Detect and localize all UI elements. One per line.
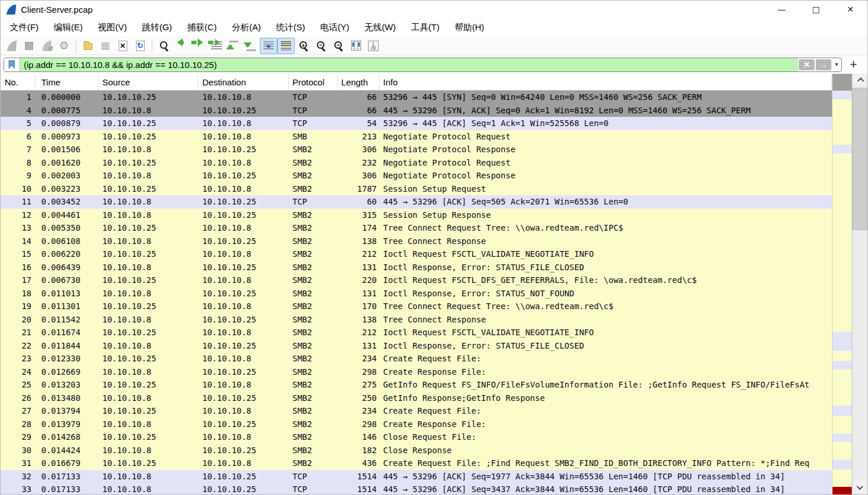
go-previous-packet-button[interactable] (173, 38, 190, 54)
zoom-out-icon: − (316, 41, 326, 51)
reload-file-button[interactable]: ↻ (131, 38, 149, 54)
cell-no: 11 (1, 195, 35, 209)
cell-info: Ioctl Request FSCTL_VALIDATE_NEGOTIATE_I… (380, 248, 832, 261)
cell-time: 0.001506 (35, 143, 98, 156)
packet-row[interactable]: 22 0.011844 10.10.10.8 10.10.10.25 SMB2 … (1, 339, 832, 353)
menu-item[interactable]: 分析(A) (224, 19, 269, 36)
cell-info: 445 → 53296 [ACK] Seq=505 Ack=2071 Win=6… (380, 195, 832, 209)
vertical-scrollbar[interactable] (852, 74, 867, 494)
packet-row[interactable]: 6 0.000973 10.10.10.25 10.10.10.8 SMB 21… (1, 130, 832, 144)
menu-item[interactable]: 视图(V) (90, 19, 134, 36)
filter-apply-button[interactable]: → (816, 59, 831, 70)
filter-clear-button[interactable]: ✕ (799, 59, 815, 70)
cell-no: 18 (1, 287, 35, 300)
display-filter-box: (ip.addr == 10.10.10.8 && ip.addr == 10.… (3, 58, 842, 72)
numbered-columns-button[interactable]: 123 (365, 38, 382, 54)
menu-item[interactable]: 文件(F) (2, 19, 46, 36)
zoom-reset-button[interactable]: − (330, 38, 347, 54)
scrollbar-thumb[interactable] (852, 88, 867, 230)
cell-time: 0.011844 (35, 339, 98, 353)
go-next-packet-button[interactable] (190, 38, 208, 54)
filter-add-button[interactable]: + (846, 57, 860, 72)
cell-protocol: SMB2 (289, 235, 338, 248)
column-header-info[interactable]: Info (380, 74, 832, 90)
column-header-length[interactable]: Length (338, 74, 380, 90)
packet-row[interactable]: 1 0.000000 10.10.10.25 10.10.10.8 TCP 66… (1, 91, 832, 104)
packet-row[interactable]: 29 0.014268 10.10.10.25 10.10.10.8 SMB2 … (1, 431, 832, 444)
go-first-packet-button[interactable] (225, 38, 242, 54)
packet-row[interactable]: 16 0.006439 10.10.10.8 10.10.10.25 SMB2 … (1, 261, 832, 274)
resize-columns-button[interactable] (347, 38, 365, 54)
packet-row[interactable]: 5 0.000879 10.10.10.25 10.10.10.8 TCP 54… (1, 117, 832, 130)
packet-row[interactable]: 9 0.002003 10.10.10.8 10.10.10.25 SMB2 3… (1, 169, 832, 182)
cell-destination: 10.10.10.8 (198, 91, 289, 104)
menu-item[interactable]: 无线(W) (357, 19, 403, 36)
packet-row[interactable]: 24 0.012669 10.10.10.8 10.10.10.25 SMB2 … (1, 365, 832, 379)
packet-row[interactable]: 10 0.003223 10.10.10.25 10.10.10.8 SMB2 … (1, 182, 832, 196)
minimap-band (833, 351, 852, 361)
intelligent-scrollbar-minimap[interactable] (833, 74, 852, 494)
packet-row[interactable]: 12 0.004461 10.10.10.8 10.10.10.25 SMB2 … (1, 209, 832, 222)
cell-no: 13 (1, 221, 35, 235)
packet-row[interactable]: 19 0.011301 10.10.10.25 10.10.10.8 SMB2 … (1, 300, 832, 313)
column-header-no[interactable]: No. (1, 74, 35, 90)
cell-source: 10.10.10.8 (98, 209, 198, 222)
zoom-in-button[interactable]: + (295, 38, 312, 54)
filter-bookmark-button[interactable] (4, 58, 20, 71)
cell-source: 10.10.10.8 (98, 483, 198, 494)
display-filter-input[interactable]: (ip.addr == 10.10.10.8 && ip.addr == 10.… (20, 58, 798, 71)
scroll-down-button[interactable] (852, 480, 867, 494)
packet-row[interactable]: 14 0.006108 10.10.10.8 10.10.10.25 SMB2 … (1, 235, 832, 248)
packet-row[interactable]: 20 0.011542 10.10.10.8 10.10.10.25 SMB2 … (1, 313, 832, 327)
cell-source: 10.10.10.25 (98, 156, 198, 170)
packet-row[interactable]: 7 0.001506 10.10.10.8 10.10.10.25 SMB2 3… (1, 143, 832, 156)
cell-no: 8 (1, 156, 35, 170)
cell-destination: 10.10.10.25 (198, 169, 289, 182)
packet-row[interactable]: 27 0.013794 10.10.10.25 10.10.10.8 SMB2 … (1, 404, 832, 418)
packet-row[interactable]: 18 0.011013 10.10.10.8 10.10.10.25 SMB2 … (1, 287, 832, 300)
auto-scroll-button[interactable] (260, 38, 277, 54)
packet-row[interactable]: 25 0.013203 10.10.10.25 10.10.10.8 SMB2 … (1, 378, 832, 392)
menu-item[interactable]: 电话(Y) (313, 19, 357, 36)
filter-dropdown-button[interactable]: ▼ (832, 58, 841, 71)
packet-row[interactable]: 17 0.006730 10.10.10.25 10.10.10.8 SMB2 … (1, 274, 832, 287)
zoom-out-button[interactable]: − (312, 38, 330, 54)
column-header-destination[interactable]: Destination (198, 74, 289, 90)
menu-item[interactable]: 工具(T) (403, 19, 447, 36)
menu-item[interactable]: 编辑(E) (46, 19, 90, 36)
packet-row[interactable]: 31 0.016679 10.10.10.25 10.10.10.8 SMB2 … (1, 457, 832, 470)
packet-row[interactable]: 4 0.000775 10.10.10.8 10.10.10.25 TCP 66… (1, 104, 832, 117)
menu-item[interactable]: 捕获(C) (180, 19, 224, 36)
scroll-up-button[interactable] (852, 74, 867, 88)
packet-row[interactable]: 32 0.017133 10.10.10.8 10.10.10.25 TCP 1… (1, 470, 832, 483)
close-file-button[interactable]: ✕ (114, 38, 131, 54)
packet-row[interactable]: 28 0.013979 10.10.10.8 10.10.10.25 SMB2 … (1, 418, 832, 431)
cell-length: 298 (338, 418, 380, 431)
packet-row[interactable]: 30 0.014424 10.10.10.8 10.10.10.25 SMB2 … (1, 444, 832, 457)
colorize-packets-button[interactable] (277, 38, 295, 54)
column-header-time[interactable]: Time (35, 74, 98, 90)
packet-row[interactable]: 13 0.005350 10.10.10.25 10.10.10.8 SMB2 … (1, 221, 832, 235)
packet-row[interactable]: 11 0.003452 10.10.10.8 10.10.10.25 TCP 6… (1, 195, 832, 209)
open-file-button[interactable] (79, 38, 97, 54)
maximize-button[interactable]: □ (799, 1, 833, 18)
cell-source: 10.10.10.8 (98, 392, 198, 405)
column-header-protocol[interactable]: Protocol (289, 74, 338, 90)
packet-row[interactable]: 33 0.017133 10.10.10.8 10.10.10.25 TCP 1… (1, 483, 832, 494)
cell-source: 10.10.10.8 (98, 365, 198, 379)
packet-row[interactable]: 15 0.006220 10.10.10.25 10.10.10.8 SMB2 … (1, 248, 832, 261)
packet-row[interactable]: 21 0.011674 10.10.10.25 10.10.10.8 SMB2 … (1, 326, 832, 339)
packet-row[interactable]: 23 0.012330 10.10.10.25 10.10.10.8 SMB2 … (1, 352, 832, 365)
go-last-packet-button[interactable] (242, 38, 260, 54)
find-packet-button[interactable] (155, 38, 173, 54)
cell-length: 60 (338, 195, 380, 209)
packet-row[interactable]: 8 0.001620 10.10.10.25 10.10.10.8 SMB2 2… (1, 156, 832, 170)
minimize-button[interactable]: — (765, 1, 799, 18)
column-header-source[interactable]: Source (98, 74, 198, 90)
go-to-packet-button[interactable] (208, 38, 225, 54)
menu-item[interactable]: 帮助(H) (447, 19, 492, 36)
close-button[interactable]: ✕ (833, 1, 867, 18)
packet-row[interactable]: 26 0.013480 10.10.10.8 10.10.10.25 SMB2 … (1, 392, 832, 405)
menu-item[interactable]: 跳转(G) (134, 19, 180, 36)
menu-item[interactable]: 统计(S) (269, 19, 313, 36)
